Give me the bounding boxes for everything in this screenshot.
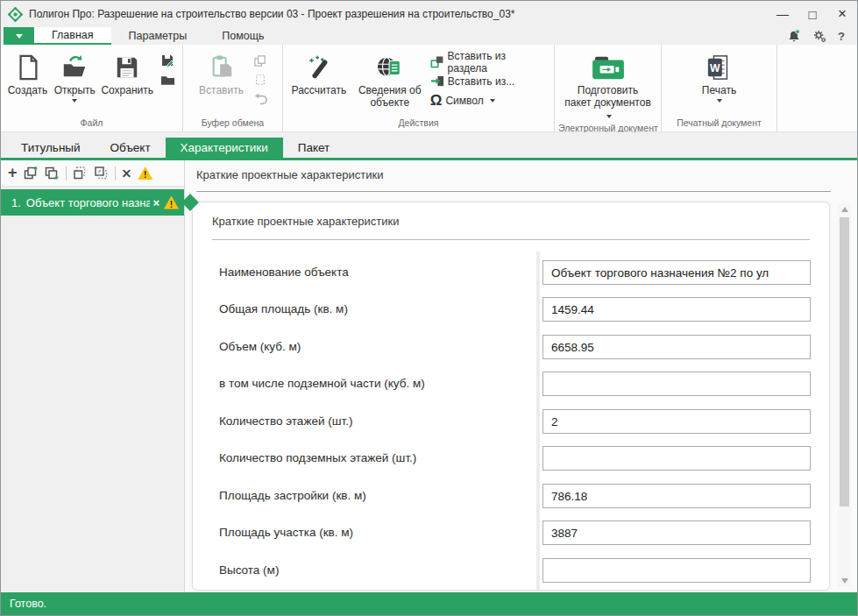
duplicate-after-button[interactable]: [45, 166, 60, 181]
ribbon-tab-parameters[interactable]: Параметры: [111, 27, 205, 45]
create-button[interactable]: Создать: [4, 49, 51, 97]
insert-from-section-button[interactable]: Вставить из раздела: [430, 53, 547, 70]
plot-area-input[interactable]: [542, 520, 811, 545]
field-label: Площадь застройки (кв. м): [219, 489, 366, 502]
ribbon: Создать Открыть Сохранить: [1, 45, 857, 132]
object-info-button[interactable]: Сведения об объекте: [351, 49, 429, 110]
magic-wand-icon: [305, 52, 333, 83]
remove-object-icon[interactable]: ×: [152, 196, 160, 209]
copy-button[interactable]: [252, 53, 269, 68]
form-row-total-area: Общая площадь (кв. м): [193, 297, 829, 322]
characteristics-pane: Краткие проектные характеристики Краткие…: [185, 160, 857, 592]
form-row-underground-floors: Количество подземных этажей (шт.): [193, 446, 829, 471]
print-button[interactable]: W Печать: [697, 49, 742, 103]
vertical-scrollbar[interactable]: [838, 203, 851, 587]
warning-triangle-icon[interactable]: [138, 166, 152, 180]
underground-volume-input[interactable]: [542, 372, 811, 396]
scrollbar-thumb[interactable]: [840, 217, 849, 506]
word-document-icon: W: [706, 52, 733, 83]
folder-icon: [160, 74, 175, 86]
prepare-package-button[interactable]: Подготовить пакет документов: [558, 49, 657, 121]
ribbon-group-printdoc: W Печать Печатный документ: [662, 45, 777, 131]
form-row-height: Высота (м): [193, 558, 829, 583]
height-input[interactable]: [542, 558, 811, 583]
tab-package[interactable]: Пакет: [283, 138, 345, 158]
new-document-icon: [15, 52, 41, 83]
document-tab-bar: Титульный Объект Характеристики Пакет: [1, 138, 857, 158]
floors-input[interactable]: [542, 409, 811, 434]
status-text: Готово.: [10, 598, 46, 610]
close-file-button[interactable]: [159, 72, 176, 88]
section-title: Краткие проектные характеристики: [196, 168, 383, 181]
toolbar-separator: [66, 166, 67, 181]
tab-title-page[interactable]: Титульный: [6, 138, 96, 158]
ribbon-tab-bar: Главная Параметры Помощь ?: [1, 27, 857, 45]
paste-special-button[interactable]: [252, 72, 269, 88]
omega-symbol-icon: Ω: [430, 93, 443, 108]
ribbon-group-actions: Рассчитать Сведения об объекте Вставить …: [283, 45, 555, 131]
globe-info-icon: [376, 52, 404, 83]
form-row-building-area: Площадь застройки (кв. м): [193, 484, 829, 508]
object-item-index: 1.: [11, 196, 21, 209]
paste-object-button[interactable]: [94, 166, 109, 181]
card-rule: [212, 239, 810, 240]
underground-floors-input[interactable]: [542, 446, 811, 471]
package-folder-icon: [590, 52, 627, 83]
toolbar-separator: [115, 166, 116, 181]
settings-gears-icon[interactable]: [812, 29, 826, 43]
open-folder-icon: [60, 52, 89, 83]
ribbon-tab-main[interactable]: Главная: [34, 27, 111, 45]
undo-button[interactable]: [252, 91, 269, 107]
warning-triangle-icon: [164, 196, 179, 209]
app-window: Полигон Про: Разрешение на строительство…: [0, 0, 858, 616]
group-label-actions: Действия: [283, 116, 554, 131]
window-title: Полигон Про: Разрешение на строительство…: [29, 8, 514, 20]
delete-object-button[interactable]: ✕: [122, 167, 132, 180]
save-button[interactable]: Сохранить: [98, 49, 156, 97]
save-as-button[interactable]: [159, 53, 176, 68]
building-area-input[interactable]: [542, 484, 811, 508]
insert-from-button[interactable]: Вставить из...: [430, 73, 547, 89]
content-area: + ✕ 1. Объект торгового назначения №2 по…: [1, 160, 857, 592]
paste-special-icon: [254, 74, 266, 86]
notifications-bell-icon[interactable]: [787, 29, 801, 43]
ribbon-group-edoc: Подготовить пакет документов Электронный…: [555, 45, 662, 131]
file-menu-button[interactable]: [4, 27, 34, 45]
close-button[interactable]: ×: [827, 1, 857, 27]
save-floppy-icon: [114, 52, 140, 83]
title-bar: Полигон Про: Разрешение на строительство…: [1, 1, 857, 27]
help-icon[interactable]: ?: [838, 30, 845, 43]
volume-input[interactable]: [542, 335, 811, 359]
calculate-button[interactable]: Рассчитать: [287, 49, 351, 97]
characteristics-card: Краткие проектные характеристики Наимено…: [192, 202, 830, 591]
scroll-up-icon[interactable]: [838, 203, 851, 216]
form-row-underground-volume: в том числе подземной части (куб. м): [193, 372, 829, 396]
maximize-button[interactable]: □: [798, 1, 827, 27]
field-label: Количество подземных этажей (шт.): [219, 451, 416, 464]
group-label-file: Файл: [1, 116, 182, 131]
field-label: Высота (м): [219, 563, 279, 577]
object-name-input[interactable]: [542, 260, 811, 285]
chevron-down-icon: [606, 115, 612, 118]
ribbon-tab-help[interactable]: Помощь: [204, 27, 281, 45]
save-as-icon: [160, 53, 174, 67]
tab-object[interactable]: Объект: [96, 138, 166, 158]
object-list-toolbar: + ✕: [1, 160, 184, 187]
symbol-button[interactable]: Ω Символ: [430, 92, 547, 109]
copy-object-button[interactable]: [73, 166, 88, 181]
chevron-down-icon: [717, 99, 722, 103]
tab-characteristics[interactable]: Характеристики: [166, 138, 283, 158]
duplicate-before-button[interactable]: [24, 166, 39, 181]
group-label-clipboard: Буфер обмена: [183, 116, 282, 131]
paste-button[interactable]: Вставить: [194, 49, 249, 97]
scroll-down-icon[interactable]: [838, 575, 851, 587]
object-list-item-selected[interactable]: 1. Объект торгового назначения №2 по ул …: [1, 189, 184, 216]
group-label-printdoc: Печатный документ: [662, 116, 776, 131]
ribbon-group-clipboard: Вставить Буфер обмена: [183, 45, 283, 131]
add-object-button[interactable]: +: [8, 165, 18, 181]
open-button[interactable]: Открыть: [51, 49, 98, 103]
total-area-input[interactable]: [542, 297, 811, 322]
minimize-button[interactable]: —: [768, 1, 798, 27]
card-title: Краткие проектные характеристики: [212, 215, 399, 228]
status-bar: Готово.: [1, 592, 857, 615]
